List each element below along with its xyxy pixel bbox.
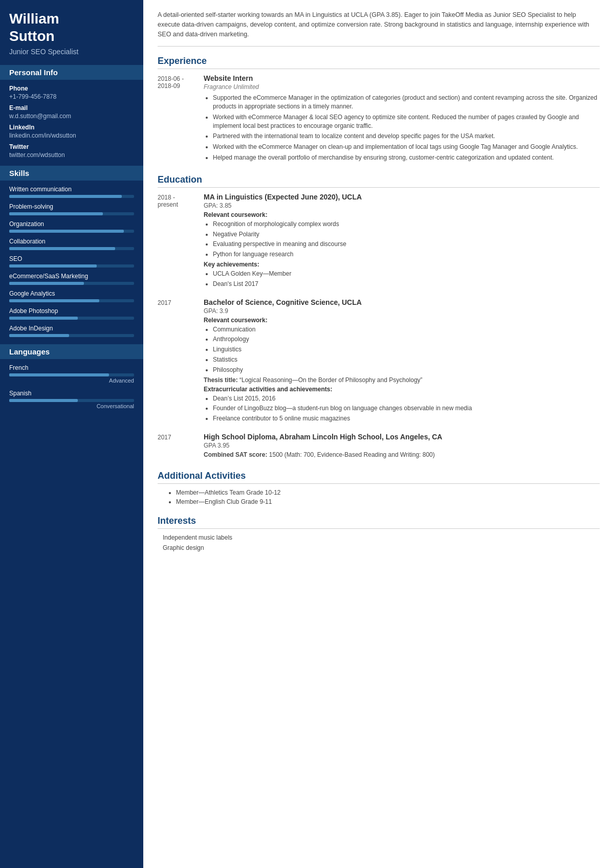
skill-bar [9,230,134,233]
edu-coursework-item: Philosophy [213,366,600,374]
additional-item: Member—English Club Grade 9-11 [176,498,600,505]
edu-achievements-list: UCLA Golden Key—MemberDean's List 2017 [204,270,600,288]
skill-item: Written communication [9,186,134,198]
skill-name: Collaboration [9,238,134,245]
edu-coursework-list: CommunicationAnthropologyLinguisticsStat… [204,325,600,374]
interest-item: Graphic design [158,544,600,551]
skills-header: Skills [0,166,143,181]
skill-bar-fill [9,247,115,250]
additional-item: Member—Athletics Team Grade 10-12 [176,489,600,496]
edu-date: 2018 -present [158,193,204,290]
edu-date: 2017 [158,298,204,425]
edu-degree: High School Diploma, Abraham Lincoln Hig… [204,433,600,441]
skills-list: Written communication Problem-solving Or… [9,186,134,337]
twitter-label: Twitter [9,143,134,150]
languages-list: French Advanced Spanish Conversational [9,364,134,409]
edu-content: High School Diploma, Abraham Lincoln Hig… [204,433,600,460]
interests-section: Interests Independent music labelsGraphi… [158,516,600,551]
edu-gpa: GPA 3.95 [204,442,600,449]
language-level: Conversational [9,403,134,409]
exp-bullet: Worked with the eCommerce Manager on cle… [213,143,600,151]
experience-section: Experience 2018-06 -2018-09 Website Inte… [158,56,600,164]
interests-header: Interests [158,516,600,529]
exp-title: Website Intern [204,74,600,82]
edu-extra-item: Freelance contributor to 5 online music … [213,414,600,423]
edu-extra-list: Dean’s List 2015, 2016Founder of LingoBu… [204,394,600,423]
education-list: 2018 -present MA in Linguistics (Expecte… [158,193,600,460]
skill-item: Organization [9,220,134,233]
skill-bar-fill [9,317,78,320]
edu-coursework-item: Statistics [213,355,600,364]
skill-name: eCommerce/SaaS Marketing [9,273,134,280]
personal-info-header: Personal Info [0,65,143,80]
skill-bar [9,264,134,268]
education-header: Education [158,174,600,188]
additional-header: Additional Activities [158,471,600,484]
email-label: E-mail [9,104,134,112]
edu-gpa: GPA: 3.9 [204,307,600,315]
skill-bar [9,334,134,337]
skill-bar-fill [9,282,84,285]
edu-coursework-list: Recognition of morphologically complex w… [204,220,600,259]
language-name: Spanish [9,390,134,397]
experience-header: Experience [158,56,600,69]
phone-label: Phone [9,85,134,92]
skill-bar [9,317,134,320]
edu-coursework-item: Evaluating perspective in meaning and di… [213,240,600,249]
edu-coursework-label: Relevant coursework: [204,317,600,324]
language-bar-fill [9,373,109,376]
edu-extra-item: Founder of LingoBuzz blog—a student-run … [213,404,600,413]
language-item: Spanish Conversational [9,390,134,409]
skill-name: SEO [9,255,134,262]
interest-item: Independent music labels [158,534,600,541]
skill-bar-fill [9,264,97,268]
education-section: Education 2018 -present MA in Linguistic… [158,174,600,460]
edu-extra-label: Extracurricular activities and achieveme… [204,386,600,393]
edu-coursework-item: Python for language research [213,250,600,259]
edu-content: MA in Linguistics (Expected June 2020), … [204,193,600,290]
edu-achievement-item: UCLA Golden Key—Member [213,270,600,278]
linkedin-label: LinkedIn [9,124,134,131]
skill-item: Google Analytics [9,290,134,302]
edu-coursework-item: Communication [213,325,600,334]
skill-name: Written communication [9,186,134,193]
edu-coursework-label: Relevant coursework: [204,211,600,218]
skill-item: Adobe Photoshop [9,307,134,320]
interests-list: Independent music labelsGraphic design [158,534,600,551]
education-row: 2018 -present MA in Linguistics (Expecte… [158,193,600,290]
skill-bar [9,195,134,198]
language-item: French Advanced [9,364,134,384]
edu-coursework-item: Negative Polarity [213,230,600,239]
education-row: 2017 High School Diploma, Abraham Lincol… [158,433,600,460]
exp-bullet: Partnered with the international team to… [213,132,600,141]
edu-coursework-item: Anthropology [213,335,600,344]
phone-value: +1-799-456-7878 [9,93,134,100]
skill-name: Organization [9,220,134,228]
skill-name: Google Analytics [9,290,134,297]
edu-achievements-label: Key achievements: [204,261,600,268]
contact-phone: Phone +1-799-456-7878 [9,85,134,100]
edu-degree: MA in Linguistics (Expected June 2020), … [204,193,600,201]
exp-company: Fragrance Unlimited [204,83,600,91]
exp-bullets: Supported the eCommerce Manager in the o… [204,94,600,162]
skill-bar-fill [9,212,103,215]
sidebar: WilliamSutton Junior SEO Specialist Pers… [0,0,143,868]
email-value: w.d.sutton@gmail.com [9,113,134,120]
edu-extra-item: Dean’s List 2015, 2016 [213,394,600,403]
language-name: French [9,364,134,371]
main-content: A detail-oriented self-starter working t… [143,0,614,868]
skill-item: Problem-solving [9,203,134,215]
edu-content: Bachelor of Science, Cognitive Science, … [204,298,600,425]
additional-section: Additional Activities Member—Athletics T… [158,471,600,505]
contact-twitter: Twitter twitter.com/wdsutton [9,143,134,159]
exp-date: 2018-06 -2018-09 [158,74,204,164]
contact-linkedin: LinkedIn linkedin.com/in/wdsutton [9,124,134,139]
skill-bar [9,212,134,215]
additional-list: Member—Athletics Team Grade 10-12Member—… [158,489,600,505]
exp-content: Website Intern Fragrance Unlimited Suppo… [204,74,600,164]
language-bar [9,399,134,402]
twitter-value: twitter.com/wdsutton [9,151,134,159]
skill-bar [9,299,134,302]
exp-bullet: Supported the eCommerce Manager in the o… [213,94,600,111]
skill-bar-fill [9,334,69,337]
